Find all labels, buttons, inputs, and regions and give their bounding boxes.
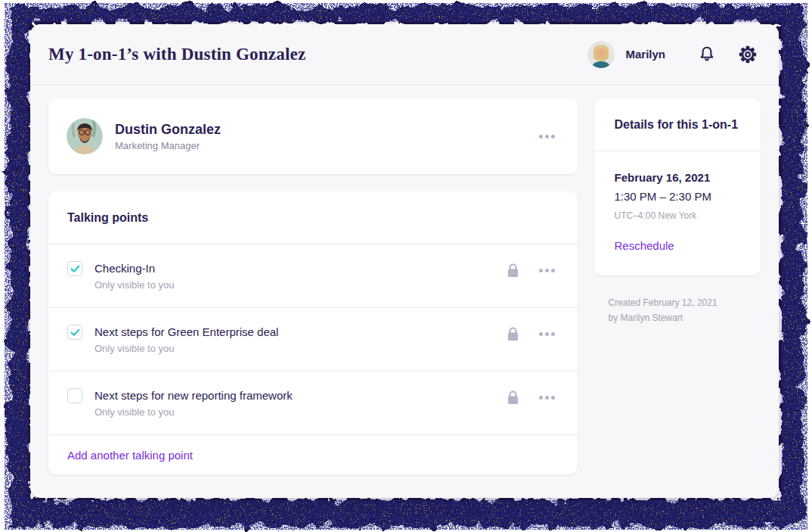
talking-point-more-button[interactable] bbox=[535, 391, 559, 404]
user-menu[interactable]: Marilyn bbox=[587, 41, 665, 68]
top-bar: My 1-on-1’s with Dustin Gonzalez bbox=[30, 24, 779, 85]
talking-point-texts: Checking-In Only visible to you bbox=[95, 261, 175, 291]
talking-point-visibility: Only visible to you bbox=[95, 343, 278, 354]
talking-points-title: Talking points bbox=[67, 211, 148, 225]
talking-point-actions bbox=[505, 388, 559, 407]
gear-icon bbox=[738, 45, 758, 64]
main-column: Dustin Gonzalez Marketing Manager Talkin… bbox=[48, 98, 578, 474]
details-sidebar: Details for this 1-on-1 February 16, 202… bbox=[594, 98, 761, 474]
talking-point-more-button[interactable] bbox=[535, 264, 559, 277]
details-body: February 16, 2021 1:30 PM – 2:30 PM UTC–… bbox=[594, 151, 761, 275]
lock-icon bbox=[507, 326, 519, 342]
reschedule-link[interactable]: Reschedule bbox=[614, 239, 674, 252]
page: My 1-on-1’s with Dustin Gonzalez bbox=[0, 0, 812, 532]
talking-point-label: Next steps for new reporting framework bbox=[95, 388, 293, 403]
talking-point-checkbox[interactable] bbox=[67, 388, 82, 403]
talking-point-checkbox[interactable] bbox=[67, 261, 82, 276]
talking-points-card: Talking points Checking-In Only visible … bbox=[48, 191, 578, 474]
content-area: Dustin Gonzalez Marketing Manager Talkin… bbox=[30, 85, 779, 474]
participant-name: Dustin Gonzalez bbox=[115, 122, 221, 138]
meeting-time: 1:30 PM – 2:30 PM bbox=[614, 190, 741, 203]
created-note: Created February 12, 2021 by Marilyn Ste… bbox=[608, 295, 761, 325]
participant-card: Dustin Gonzalez Marketing Manager bbox=[48, 98, 578, 174]
talking-point-checkbox[interactable] bbox=[67, 325, 82, 340]
settings-button[interactable] bbox=[735, 42, 761, 67]
talking-point-texts: Next steps for Green Enterprise deal Onl… bbox=[95, 325, 278, 354]
bell-icon bbox=[697, 45, 717, 64]
talking-point-more-button[interactable] bbox=[535, 328, 559, 341]
participant-role: Marketing Manager bbox=[115, 140, 221, 151]
talking-point-row: Checking-In Only visible to you bbox=[48, 244, 578, 308]
privacy-lock-button[interactable] bbox=[505, 388, 521, 407]
page-title: My 1-on-1’s with Dustin Gonzalez bbox=[48, 45, 305, 64]
created-by-line: by Marilyn Stewart bbox=[608, 310, 761, 325]
add-talking-point-link[interactable]: Add another talking point bbox=[67, 449, 193, 462]
talking-point-visibility: Only visible to you bbox=[95, 406, 293, 418]
lock-icon bbox=[507, 263, 519, 278]
user-name: Marilyn bbox=[625, 48, 665, 61]
privacy-lock-button[interactable] bbox=[505, 325, 521, 344]
created-date-line: Created February 12, 2021 bbox=[608, 295, 761, 310]
talking-point-texts: Next steps for new reporting framework O… bbox=[95, 388, 293, 418]
talking-point-visibility: Only visible to you bbox=[95, 279, 175, 291]
app-window: My 1-on-1’s with Dustin Gonzalez bbox=[30, 24, 779, 498]
participant-meta: Dustin Gonzalez Marketing Manager bbox=[115, 122, 221, 151]
talking-point-row: Next steps for new reporting framework O… bbox=[48, 372, 578, 435]
details-title: Details for this 1-on-1 bbox=[614, 118, 738, 132]
talking-point-actions bbox=[505, 261, 559, 280]
notifications-button[interactable] bbox=[694, 42, 720, 67]
talking-points-header: Talking points bbox=[48, 191, 578, 244]
talking-point-row: Next steps for Green Enterprise deal Onl… bbox=[48, 308, 578, 372]
talking-point-label: Checking-In bbox=[95, 261, 175, 276]
participant-more-button[interactable] bbox=[535, 130, 559, 143]
add-talking-point-row: Add another talking point bbox=[48, 435, 578, 474]
details-header: Details for this 1-on-1 bbox=[594, 98, 761, 151]
meeting-date: February 16, 2021 bbox=[614, 171, 741, 184]
details-card: Details for this 1-on-1 February 16, 202… bbox=[594, 98, 761, 275]
meeting-timezone: UTC–4:00 New York bbox=[614, 210, 741, 221]
participant-avatar bbox=[67, 118, 103, 154]
lock-icon bbox=[507, 390, 519, 406]
talking-point-label: Next steps for Green Enterprise deal bbox=[95, 325, 278, 340]
user-area: Marilyn bbox=[587, 41, 761, 68]
talking-point-actions bbox=[505, 325, 559, 344]
user-avatar[interactable] bbox=[587, 41, 615, 68]
privacy-lock-button[interactable] bbox=[505, 261, 521, 280]
